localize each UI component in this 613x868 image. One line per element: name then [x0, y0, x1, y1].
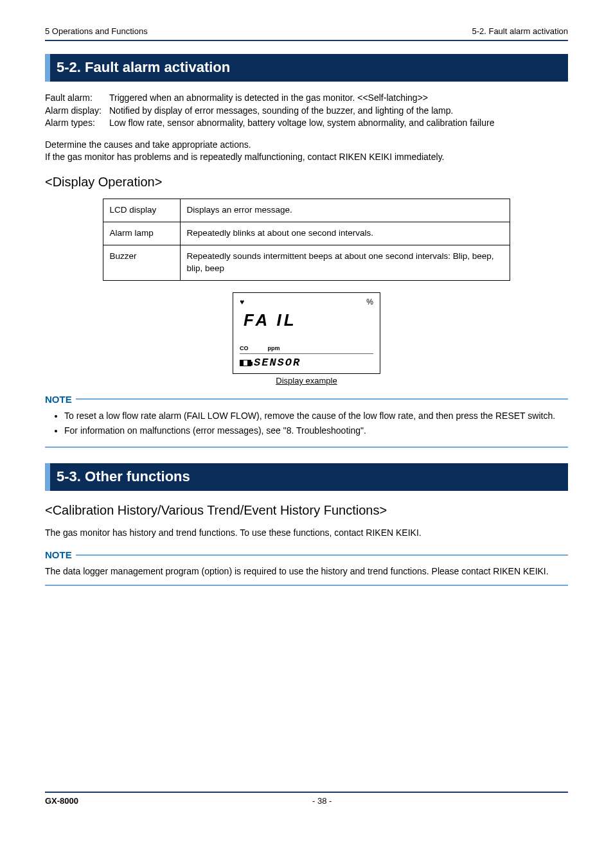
table-cell-label: Buzzer	[103, 245, 180, 280]
def-label: Alarm display:	[45, 105, 109, 118]
def-value: Notified by display of error messages, s…	[109, 105, 568, 118]
page-footer: GX-8000 - 38 - .	[45, 792, 568, 807]
display-operation-table: LCD display Displays an error message. A…	[103, 199, 511, 281]
def-label: Fault alarm:	[45, 92, 109, 105]
def-row: Alarm types: Low flow rate, sensor abnor…	[45, 117, 568, 130]
lcd-sup-row: CO ppm	[240, 341, 373, 354]
section-5-2-title: 5-2. Fault alarm activation	[45, 54, 568, 82]
note-bullet-list: To reset a low flow rate alarm (FAIL LOW…	[45, 410, 568, 438]
note-bar-icon	[76, 398, 568, 400]
lcd-sensor-text: SENSOR	[254, 357, 301, 369]
header-right: 5-2. Fault alarm activation	[472, 26, 568, 37]
note-content: To reset a low flow rate alarm (FAIL LOW…	[45, 406, 568, 448]
note-label: NOTE	[45, 548, 568, 562]
lcd-ppm-label: ppm	[267, 345, 280, 351]
footer-model: GX-8000	[45, 795, 78, 807]
table-row: Buzzer Repeatedly sounds intermittent be…	[103, 245, 510, 280]
table-row: LCD display Displays an error message.	[103, 199, 510, 222]
def-value: Low flow rate, sensor abnormality, batte…	[109, 117, 568, 130]
history-paragraph: The gas monitor has history and trend fu…	[45, 527, 568, 540]
lcd-top-row: ♥ %	[240, 297, 373, 308]
note-text-label: NOTE	[45, 548, 72, 562]
note-bar-icon	[76, 554, 568, 556]
calibration-sub-heading: <Calibration History/Various Trend/Event…	[45, 501, 568, 519]
page-header: 5 Operations and Functions 5-2. Fault al…	[45, 26, 568, 41]
def-row: Alarm display: Notified by display of er…	[45, 105, 568, 118]
display-operation-heading: <Display Operation>	[45, 173, 568, 191]
note-label: NOTE	[45, 393, 568, 406]
determine-paragraph: Determine the causes and take appropriat…	[45, 139, 568, 164]
table-cell-desc: Repeatedly blinks at about one second in…	[180, 222, 510, 245]
battery-icon	[240, 360, 251, 366]
note-text-label: NOTE	[45, 393, 72, 406]
determine-line2: If the gas monitor has problems and is r…	[45, 152, 444, 162]
lcd-main-text: FA IL	[240, 307, 373, 341]
note-body-text: The data logger management program (opti…	[45, 566, 549, 576]
lcd-co-label: CO	[240, 345, 249, 351]
section-5-3-title: 5-3. Other functions	[45, 463, 568, 491]
list-item: To reset a low flow rate alarm (FAIL LOW…	[64, 410, 568, 423]
list-item: For information on malfunctions (error m…	[64, 425, 568, 438]
lcd-example-wrap: ♥ % FA IL CO ppm SENSOR Display example	[45, 292, 568, 387]
determine-line1: Determine the causes and take appropriat…	[45, 139, 251, 150]
definitions-block: Fault alarm: Triggered when an abnormali…	[45, 92, 568, 130]
heart-icon: ♥	[240, 297, 244, 308]
def-value: Triggered when an abnormality is detecte…	[109, 92, 568, 105]
lcd-bottom-row: SENSOR	[240, 353, 373, 371]
def-label: Alarm types:	[45, 117, 109, 130]
note-content: The data logger management program (opti…	[45, 562, 568, 586]
percent-icon: %	[366, 297, 373, 308]
table-cell-label: Alarm lamp	[103, 222, 180, 245]
header-left: 5 Operations and Functions	[45, 26, 148, 37]
table-row: Alarm lamp Repeatedly blinks at about on…	[103, 222, 510, 245]
table-cell-desc: Displays an error message.	[180, 199, 510, 222]
table-cell-desc: Repeatedly sounds intermittent beeps at …	[180, 245, 510, 280]
lcd-screen: ♥ % FA IL CO ppm SENSOR	[233, 292, 380, 375]
footer-page-number: - 38 -	[312, 795, 332, 807]
table-cell-label: LCD display	[103, 199, 180, 222]
lcd-caption: Display example	[276, 375, 337, 387]
def-row: Fault alarm: Triggered when an abnormali…	[45, 92, 568, 105]
